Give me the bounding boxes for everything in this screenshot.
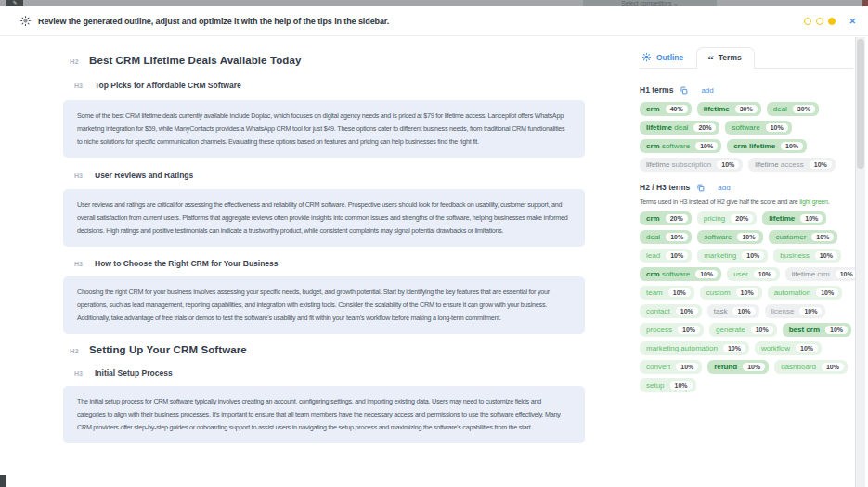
- tab-outline[interactable]: Outline: [640, 52, 696, 68]
- term-chip[interactable]: workflow10%: [755, 341, 822, 355]
- chip-row: convert10%refund10%dashboard10%: [640, 360, 853, 374]
- term-chip[interactable]: generate10%: [709, 323, 777, 337]
- heading-text[interactable]: User Reviews and Ratings: [95, 171, 193, 180]
- term-percent: 30%: [793, 105, 815, 113]
- h1-terms-group: H1 terms add crm40%lifetime30%deal30%lif…: [640, 85, 853, 172]
- tab-outline-label: Outline: [656, 53, 683, 62]
- term-chip[interactable]: license10%: [765, 304, 826, 318]
- term-chip[interactable]: pricing20%: [697, 211, 758, 225]
- term-percent: 10%: [754, 270, 776, 278]
- term-chip[interactable]: deal10%: [640, 230, 692, 244]
- term-chip[interactable]: best crm10%: [783, 323, 851, 337]
- term-chip[interactable]: crm software10%: [640, 139, 721, 153]
- term-chip[interactable]: software10%: [725, 121, 791, 135]
- note-text: Terms used in H3 instead of H2 give half…: [640, 199, 799, 205]
- heading-text[interactable]: Top Picks for Affordable CRM Software: [95, 81, 241, 90]
- term-percent: 10%: [737, 233, 759, 241]
- term-percent: 10%: [810, 160, 832, 169]
- term-percent: 10%: [670, 381, 693, 390]
- term-text: user: [733, 270, 748, 278]
- term-text: dashboard: [781, 363, 816, 371]
- term-chip[interactable]: crm lifetime10%: [727, 139, 807, 153]
- term-chip[interactable]: custom10%: [700, 286, 762, 300]
- term-chip[interactable]: dashboard10%: [774, 360, 848, 374]
- h1-terms-chips: crm40%lifetime30%deal30%lifetime deal20%…: [640, 102, 853, 172]
- heading-text[interactable]: Initial Setup Process: [95, 368, 173, 378]
- term-percent: 10%: [743, 363, 765, 371]
- term-chip[interactable]: team10%: [640, 286, 694, 300]
- term-percent: 30%: [735, 105, 758, 113]
- term-chip[interactable]: marketing10%: [697, 249, 768, 263]
- chip-row: lifetime deal20%software10%: [640, 121, 853, 135]
- copy-icon[interactable]: [680, 86, 688, 95]
- term-percent: 10%: [676, 307, 698, 315]
- banner-text: Review the generated outline, adjust and…: [38, 17, 389, 26]
- term-chip[interactable]: crm20%: [640, 211, 692, 225]
- term-text: crm: [646, 214, 660, 223]
- add-term-link[interactable]: add: [718, 184, 730, 192]
- term-chip[interactable]: software10%: [697, 230, 763, 244]
- term-chip[interactable]: automation10%: [768, 286, 843, 300]
- h2h3-terms-group: H2 / H3 terms add Terms used in H3 inste…: [640, 183, 853, 392]
- term-text: setup: [646, 381, 665, 390]
- paragraph-box[interactable]: User reviews and ratings are critical fo…: [63, 189, 585, 247]
- term-chip[interactable]: business10%: [773, 249, 841, 263]
- term-chip[interactable]: contact10%: [640, 304, 702, 318]
- banner-controls: ✕: [804, 6, 856, 35]
- term-text: marketing: [704, 251, 736, 260]
- term-chip[interactable]: task10%: [707, 304, 759, 318]
- term-chip[interactable]: lifetime access10%: [748, 158, 835, 172]
- term-text: lifetime access: [755, 160, 803, 169]
- copy-icon[interactable]: [696, 184, 705, 192]
- term-chip[interactable]: convert10%: [640, 360, 702, 374]
- heading-text[interactable]: How to Choose the Right CRM for Your Bus…: [95, 259, 279, 268]
- term-chip[interactable]: process10%: [640, 323, 704, 337]
- term-chip[interactable]: setup10%: [640, 378, 696, 392]
- paragraph-box[interactable]: Choosing the right CRM for your business…: [63, 276, 585, 334]
- heading-text[interactable]: Best CRM Lifetime Deals Available Today: [89, 55, 301, 66]
- term-text: refund: [714, 363, 737, 371]
- term-text: deal: [773, 105, 787, 113]
- term-text: pricing: [704, 214, 726, 223]
- term-percent: 10%: [825, 326, 848, 334]
- term-chip[interactable]: deal30%: [767, 102, 819, 116]
- term-text: deal: [646, 233, 660, 241]
- term-chip[interactable]: customer10%: [769, 230, 837, 244]
- term-text: lifetime crm: [792, 270, 830, 278]
- term-chip[interactable]: lifetime10%: [762, 211, 826, 225]
- term-chip[interactable]: lead10%: [640, 249, 692, 263]
- heading-text[interactable]: Setting Up Your CRM Software: [89, 344, 247, 355]
- select-competitors-dropdown[interactable]: Select competitors ⌄: [583, 0, 717, 6]
- paragraph-box[interactable]: Some of the best CRM lifetime deals curr…: [63, 100, 585, 158]
- term-chip[interactable]: lifetime30%: [697, 102, 761, 116]
- term-percent: 10%: [668, 288, 691, 297]
- background-window-corner: [0, 475, 6, 487]
- term-chip[interactable]: lifetime crm10%: [785, 267, 862, 281]
- add-term-link[interactable]: add: [701, 86, 713, 95]
- h3-heading-row: H3Initial Setup Process: [74, 368, 585, 378]
- term-chip[interactable]: crm software10%: [640, 267, 721, 281]
- sidebar: Outline “ Terms H1 terms add crm40%lifet…: [640, 44, 853, 397]
- h1-terms-header: H1 terms add: [640, 85, 853, 95]
- step-dot: [816, 18, 823, 25]
- paragraph-box[interactable]: The initial setup process for CRM softwa…: [63, 386, 585, 443]
- tab-terms[interactable]: “ Terms: [696, 47, 754, 69]
- term-percent: 10%: [822, 363, 844, 371]
- term-chip[interactable]: crm40%: [640, 102, 692, 116]
- scrollbar[interactable]: [855, 37, 865, 487]
- chevron-down-icon: ⌄: [673, 0, 679, 6]
- term-percent: 10%: [676, 363, 698, 371]
- lightbulb-icon: [641, 52, 652, 62]
- scrollbar-thumb[interactable]: [857, 39, 864, 169]
- term-chip[interactable]: lifetime subscription10%: [640, 158, 743, 172]
- chip-row: crm software10%user10%lifetime crm10%: [640, 267, 853, 281]
- close-icon[interactable]: ✕: [849, 17, 856, 26]
- term-percent: 20%: [693, 123, 716, 132]
- heading-level-label: H3: [74, 83, 86, 89]
- term-chip[interactable]: marketing automation10%: [640, 341, 749, 355]
- term-chip[interactable]: user10%: [727, 267, 780, 281]
- chip-row: contact10%task10%license10%: [640, 304, 853, 318]
- term-chip[interactable]: refund10%: [707, 360, 769, 374]
- term-chip[interactable]: lifetime deal20%: [640, 121, 719, 135]
- document-outline: H2Best CRM Lifetime Deals Available Toda…: [63, 35, 585, 443]
